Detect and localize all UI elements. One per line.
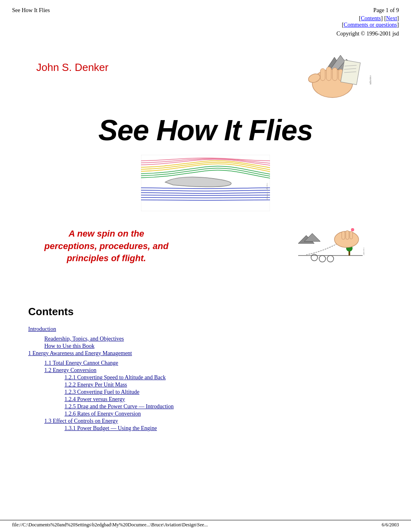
toc-item: 1.2.1 Converting Speed to Altitude and B… [64, 374, 383, 381]
svg-rect-25 [342, 231, 345, 239]
contents-link[interactable]: Contents [361, 15, 381, 21]
copyright-text: Copyright © 1996-2001 jsd [336, 31, 399, 37]
toc-item: 1.3.1 Power Budget — Using the Engine [64, 425, 383, 432]
toc-link-7[interactable]: 1.2.2 Energy Per Unit Mass [64, 382, 127, 388]
footer-date: 6/6/2003 [382, 522, 399, 528]
svg-point-28 [351, 228, 354, 231]
hand-illustration-top: copyright [294, 49, 375, 102]
doc-title-header: See How It Flies [12, 7, 50, 14]
toc-link-4[interactable]: 1.1 Total Energy Cannot Change [44, 360, 118, 366]
contents-heading: Contents [28, 305, 383, 318]
toc-item: 1.3 Effect of Controls on Energy [44, 418, 383, 424]
contents-section: Contents IntroductionReadership, Topics,… [12, 305, 399, 432]
svg-point-23 [327, 256, 334, 262]
top-bar: See How It Flies Page 1 of 9 [Contents] … [12, 4, 399, 37]
tagline-line1: A new spin on the [68, 229, 144, 239]
toc-link-11[interactable]: 1.2.6 Rates of Energy Conversion [64, 411, 141, 417]
svg-text:copyright: copyright [363, 247, 365, 256]
nav-links: [Contents] [Next] [Comments or questions… [336, 15, 399, 28]
toc-link-1[interactable]: Readership, Topics, and Objectives [44, 336, 124, 342]
svg-rect-5 [320, 69, 325, 81]
svg-text:copyright: copyright [369, 75, 372, 85]
comments-link[interactable]: Comments or questions [344, 22, 397, 28]
tagline-line2: perceptions, procedures, and [44, 241, 168, 251]
top-right-info: Page 1 of 9 [Contents] [Next] [Comments … [336, 7, 399, 37]
toc-link-2[interactable]: How to Use this Book [44, 343, 94, 349]
svg-rect-26 [346, 231, 349, 239]
toc-item: 1.1 Total Energy Cannot Change [44, 360, 383, 366]
toc-item: 1 Energy Awareness and Energy Management [28, 350, 383, 357]
svg-text:copyright © 1996 jsd: copyright © 1996 jsd [266, 183, 268, 200]
toc-link-10[interactable]: 1.2.5 Drag and the Power Curve — Introdu… [64, 403, 174, 409]
toc-link-12[interactable]: 1.3 Effect of Controls on Energy [44, 418, 118, 424]
author-image-row: John S. Denker [12, 49, 399, 102]
svg-rect-27 [350, 231, 353, 239]
author-name: John S. Denker [36, 61, 108, 74]
svg-rect-7 [332, 68, 337, 81]
tagline-line3: principles of flight. [67, 253, 146, 263]
hand-illustration-bottom: copyright [294, 219, 367, 273]
toc-link-9[interactable]: 1.2.4 Power versus Energy [64, 396, 125, 402]
main-title: See How It Flies [12, 114, 399, 147]
toc-item: Introduction [28, 326, 383, 332]
toc-item: 1.2.2 Energy Per Unit Mass [64, 382, 383, 388]
svg-point-22 [319, 256, 326, 262]
toc-link-5[interactable]: 1.2 Energy Conversion [44, 367, 96, 373]
tagline-text: A new spin on the perceptions, procedure… [44, 228, 168, 265]
footer-bar: file://C:\Documents%20and%20Settings\b2e… [0, 520, 411, 528]
tagline-image-row: A new spin on the perceptions, procedure… [12, 219, 399, 273]
toc-link-13[interactable]: 1.3.1 Power Budget — Using the Engine [64, 425, 157, 431]
toc-link-6[interactable]: 1.2.1 Converting Speed to Altitude and B… [64, 374, 166, 380]
toc-item: How to Use this Book [44, 343, 383, 349]
airfoil-svg: copyright © 1996 jsd [141, 155, 270, 211]
toc-item: 1.2.3 Converting Fuel to Altitude [64, 389, 383, 395]
toc-list: IntroductionReadership, Topics, and Obje… [28, 326, 383, 432]
toc-link-8[interactable]: 1.2.3 Converting Fuel to Altitude [64, 389, 139, 395]
page-container: See How It Flies Page 1 of 9 [Contents] … [0, 0, 411, 532]
next-link[interactable]: Next [386, 15, 397, 21]
toc-item: Readership, Topics, and Objectives [44, 336, 383, 342]
toc-item: 1.2.5 Drag and the Power Curve — Introdu… [64, 403, 383, 410]
page-number: Page 1 of 9 [336, 7, 399, 14]
svg-rect-6 [326, 67, 331, 81]
main-title-section: See How It Flies [12, 114, 399, 147]
footer-path: file://C:\Documents%20and%20Settings\b2e… [12, 522, 208, 528]
toc-link-3[interactable]: 1 Energy Awareness and Energy Management [28, 350, 132, 356]
toc-item: 1.2 Energy Conversion [44, 367, 383, 374]
toc-item: 1.2.6 Rates of Energy Conversion [64, 411, 383, 417]
airfoil-image-center: copyright © 1996 jsd [12, 155, 399, 211]
toc-link-0[interactable]: Introduction [28, 326, 56, 332]
toc-item: 1.2.4 Power versus Energy [64, 396, 383, 403]
